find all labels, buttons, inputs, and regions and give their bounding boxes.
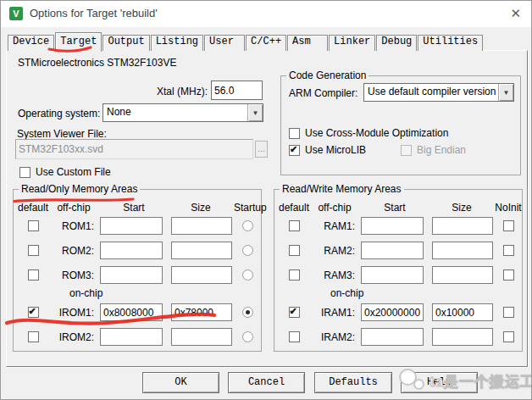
use-custom-file-checkbox[interactable] <box>19 167 30 178</box>
rom3-label: ROM3: <box>47 269 100 281</box>
ram2-noinit-checkbox[interactable] <box>503 245 514 256</box>
irom2-label: IROM2: <box>47 331 100 343</box>
big-endian-checkbox <box>401 145 412 156</box>
iram1-default-checkbox[interactable] <box>289 307 300 318</box>
rom3-default-checkbox[interactable] <box>28 269 39 281</box>
iram2-start-input[interactable] <box>361 328 424 346</box>
tab-debug[interactable]: Debug <box>376 35 417 51</box>
col-noinit: NoInit <box>495 202 521 214</box>
ram2-start-input[interactable] <box>361 242 424 259</box>
col-size: Size <box>429 202 495 214</box>
rom3-start-input[interactable] <box>100 266 163 284</box>
rom3-startup-radio[interactable] <box>242 269 253 281</box>
tab-bar: Device Target Output Listing User C/C++ … <box>8 31 484 51</box>
iram2-default-checkbox[interactable] <box>289 331 300 342</box>
read-only-memory-body: default off-chip Start Size Startup ROM1… <box>14 190 261 349</box>
defaults-button[interactable]: Defaults <box>314 372 392 393</box>
ram2-size-input[interactable] <box>432 242 493 259</box>
col-offchip: off-chip <box>308 202 361 214</box>
rom1-label: ROM1: <box>47 220 100 232</box>
iram2-label: IRAM2: <box>308 331 361 343</box>
xtal-input[interactable] <box>211 81 263 100</box>
title-bar: V Options for Target 'rebuild' ✕ <box>1 1 531 27</box>
microlib-label: Use MicroLIB <box>305 144 366 156</box>
ram3-start-input[interactable] <box>361 266 424 284</box>
iram1-row: IRAM1: <box>280 300 522 325</box>
irom1-size-input[interactable] <box>171 303 232 321</box>
tab-utilities[interactable]: Utilities <box>418 35 483 51</box>
iram2-row: IRAM2: <box>280 325 522 349</box>
iram1-label: IRAM1: <box>308 307 361 319</box>
irom1-label: IROM1: <box>47 307 100 319</box>
keil-app-icon: V <box>9 7 23 20</box>
irom1-startup-radio[interactable] <box>242 307 253 318</box>
operating-system-dropdown[interactable]: None ▼ <box>103 103 263 122</box>
ram1-start-input[interactable] <box>361 217 424 235</box>
system-viewer-file-label: System Viewer File: <box>17 128 107 140</box>
irom2-size-input[interactable] <box>171 328 232 346</box>
irom1-default-checkbox[interactable] <box>28 307 39 318</box>
irom1-start-input[interactable] <box>100 303 163 321</box>
rom1-startup-radio[interactable] <box>242 220 253 231</box>
memory-header-row: default off-chip Start Size NoInit <box>280 201 522 214</box>
tab-target[interactable]: Target <box>55 32 102 52</box>
iram2-noinit-checkbox[interactable] <box>503 331 514 342</box>
irom2-startup-radio[interactable] <box>242 331 253 342</box>
onchip-label: on-chip <box>19 287 261 300</box>
rom1-size-input[interactable] <box>171 217 232 235</box>
tab-device[interactable]: Device <box>8 35 54 51</box>
close-icon[interactable]: ✕ <box>510 6 521 21</box>
irom2-row: IROM2: <box>19 325 261 349</box>
ram1-size-input[interactable] <box>432 217 493 235</box>
browse-button: ... <box>255 141 268 158</box>
read-only-memory-group: Read/Only Memory Areas default off-chip … <box>13 189 262 352</box>
ram3-label: RAM3: <box>308 269 361 281</box>
ram3-row: RAM3: <box>280 263 522 287</box>
rom2-default-checkbox[interactable] <box>28 245 39 256</box>
rom1-default-checkbox[interactable] <box>28 220 39 231</box>
chevron-down-icon[interactable]: ▼ <box>498 84 513 101</box>
tab-listing[interactable]: Listing <box>151 35 203 51</box>
iram1-start-input[interactable] <box>361 303 424 321</box>
rom2-label: ROM2: <box>47 245 100 257</box>
tab-asm[interactable]: Asm <box>287 35 328 51</box>
help-button[interactable]: Help <box>401 372 478 393</box>
big-endian-label: Big Endian <box>417 144 466 156</box>
arm-compiler-label: ARM Compiler: <box>289 87 357 99</box>
ram2-row: RAM2: <box>280 238 522 263</box>
cross-module-checkbox[interactable] <box>289 128 300 139</box>
options-dialog: V Options for Target 'rebuild' ✕ Device … <box>0 0 532 400</box>
iram1-noinit-checkbox[interactable] <box>503 307 514 318</box>
ram3-default-checkbox[interactable] <box>289 269 300 281</box>
operating-system-label: Operating system: <box>18 108 100 119</box>
ram2-default-checkbox[interactable] <box>289 245 300 256</box>
read-write-memory-group: Read/Write Memory Areas default off-chip… <box>274 189 523 352</box>
iram2-size-input[interactable] <box>432 328 493 346</box>
rom2-start-input[interactable] <box>100 242 163 259</box>
ram3-size-input[interactable] <box>432 266 493 284</box>
dialog-title: Options for Target 'rebuild' <box>30 7 158 19</box>
tab-user[interactable]: User <box>204 35 245 51</box>
iram1-size-input[interactable] <box>432 303 493 321</box>
tab-output[interactable]: Output <box>103 35 149 51</box>
irom2-start-input[interactable] <box>100 328 163 346</box>
code-generation-title: Code Generation <box>286 69 369 81</box>
col-size: Size <box>168 202 234 214</box>
chevron-down-icon[interactable]: ▼ <box>247 104 263 121</box>
microlib-checkbox[interactable] <box>289 145 300 156</box>
irom2-default-checkbox[interactable] <box>28 331 39 342</box>
irom1-row: IROM1: <box>19 300 261 325</box>
rom1-start-input[interactable] <box>100 217 163 235</box>
ram1-noinit-checkbox[interactable] <box>503 220 514 231</box>
arm-compiler-dropdown[interactable]: Use default compiler version ▼ <box>363 83 514 102</box>
ram1-default-checkbox[interactable] <box>289 220 300 231</box>
rom2-startup-radio[interactable] <box>242 245 253 256</box>
ram3-noinit-checkbox[interactable] <box>503 269 514 281</box>
tab-linker[interactable]: Linker <box>329 35 375 51</box>
tab-ccpp[interactable]: C/C++ <box>246 35 286 51</box>
cancel-button[interactable]: Cancel <box>228 372 305 393</box>
ok-button[interactable]: OK <box>142 372 219 393</box>
rom2-size-input[interactable] <box>171 242 232 259</box>
ram2-label: RAM2: <box>308 245 361 257</box>
rom3-size-input[interactable] <box>171 266 232 284</box>
